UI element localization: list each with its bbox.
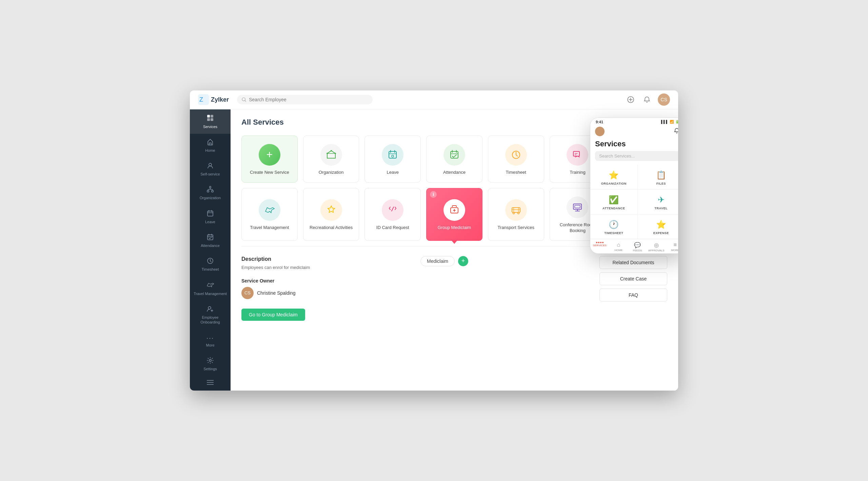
group-mediclaim-card[interactable]: ℹ Group Mediclaim [426, 188, 482, 241]
sidebar-item-travel[interactable]: Travel Management [190, 276, 231, 301]
mobile-mockup: 9:41 ▌▌▌ 📶 🔋 Services Search Services... [590, 118, 678, 254]
mobile-bell-icon[interactable] [674, 128, 678, 135]
sidebar-item-home[interactable]: Home [190, 134, 231, 158]
mediclaim-tag: Mediclaim [420, 256, 455, 266]
organization-card[interactable]: Organization [303, 135, 359, 183]
sidebar-item-settings[interactable]: Settings [190, 352, 231, 374]
mobile-nav-home[interactable]: ⌂ HOME [609, 242, 628, 252]
mobile-search-placeholder: Search Services... [599, 153, 635, 159]
svg-rect-9 [207, 118, 210, 121]
add-icon-btn[interactable] [625, 94, 636, 105]
sidebar-item-employee-onboarding[interactable]: Employee Onboarding [190, 301, 231, 329]
sidebar-item-services[interactable]: Services [190, 109, 231, 134]
sidebar-label-self-service: Self-service [200, 172, 220, 176]
transport-card[interactable]: Transport Services [488, 188, 544, 241]
mobile-nav-approvals[interactable]: ◎ APPROVALS [647, 242, 666, 252]
svg-point-39 [327, 153, 328, 154]
mobile-nav-feeds-label: FEEDS [633, 249, 642, 252]
sidebar-label-settings: Settings [203, 367, 217, 371]
bell-icon[interactable] [642, 94, 652, 105]
svg-point-63 [513, 212, 514, 214]
sidebar-item-attendance[interactable]: Attendance [190, 229, 231, 253]
svg-point-44 [392, 155, 394, 157]
mobile-expense-cell[interactable]: ⭐ EXPENSE [638, 214, 678, 239]
sidebar-label-employee-onboarding: Employee Onboarding [193, 315, 228, 324]
mobile-org-cell[interactable]: ⭐ ORGANIZATION [590, 165, 637, 189]
travel-icon [259, 199, 280, 221]
svg-point-11 [209, 163, 212, 166]
transport-label: Transport Services [497, 225, 534, 231]
recreational-label: Recreational Activities [310, 225, 353, 231]
mobile-travel-cell[interactable]: ✈ TRAVEL [638, 190, 678, 214]
attendance-icon [443, 144, 465, 166]
svg-rect-45 [451, 151, 458, 158]
recreational-card[interactable]: Recreational Activities [303, 188, 359, 241]
svg-rect-7 [207, 115, 210, 118]
detail-right: Related Documents Create Case FAQ [599, 256, 667, 321]
leave-card[interactable]: Leave [364, 135, 421, 183]
mobile-search[interactable]: Search Services... [595, 151, 678, 161]
leave-icon [382, 144, 403, 166]
mobile-travel-label: TRAVEL [655, 207, 668, 210]
training-icon [567, 144, 588, 166]
detail-middle: Mediclaim + [420, 256, 586, 321]
mobile-nav-feeds[interactable]: 💬 FEEDS [628, 242, 647, 252]
svg-line-57 [392, 207, 394, 211]
mobile-files-cell[interactable]: 📋 FILES [638, 165, 678, 189]
transport-icon [505, 199, 527, 221]
sidebar-label-travel: Travel Management [194, 292, 226, 296]
mobile-files-icon: 📋 [656, 170, 666, 180]
mobile-timesheet-cell[interactable]: 🕐 TIMESHEET [590, 214, 637, 239]
recreational-icon [320, 199, 342, 221]
mobile-timesheet-icon: 🕐 [609, 220, 619, 229]
mobile-nav-more[interactable]: ≡ MORE [666, 242, 678, 252]
id-card-card[interactable]: ID Card Request [364, 188, 421, 241]
create-new-service-card[interactable]: + Create New Service [241, 135, 298, 183]
mobile-expense-label: EXPENSE [653, 231, 669, 235]
related-docs-button[interactable]: Related Documents [599, 256, 667, 269]
training-label: Training [570, 170, 585, 175]
attendance-card[interactable]: Attendance [426, 135, 482, 183]
svg-point-37 [331, 150, 332, 151]
mediclaim-icon [443, 199, 465, 221]
create-case-button[interactable]: Create Case [599, 272, 667, 285]
mobile-org-label: ORGANIZATION [601, 182, 627, 185]
mobile-nav-services[interactable]: SERVICES [590, 242, 609, 252]
mobile-bottom-nav: SERVICES ⌂ HOME 💬 FEEDS ◎ APPROVALS ≡ MO… [590, 239, 678, 253]
mobile-status-icons: ▌▌▌ 📶 🔋 [661, 120, 678, 124]
svg-rect-23 [208, 235, 213, 240]
faq-button[interactable]: FAQ [599, 289, 667, 301]
mobile-attendance-cell[interactable]: ✅ ATTENDANCE [590, 190, 637, 214]
sidebar-hamburger[interactable] [190, 374, 231, 391]
sidebar-item-more[interactable]: ··· More [190, 329, 231, 352]
go-to-button[interactable]: Go to Group Mediclaim [241, 309, 305, 321]
mobile-expense-icon: ⭐ [656, 220, 666, 229]
mobile-timesheet-label: TIMESHEET [604, 231, 623, 235]
sidebar-item-timesheet[interactable]: Timesheet [190, 253, 231, 276]
timesheet-card[interactable]: Timesheet [488, 135, 544, 183]
svg-rect-50 [573, 151, 579, 156]
svg-point-38 [335, 153, 336, 154]
attendance-label: Attendance [443, 170, 466, 175]
employee-search-input[interactable] [249, 97, 368, 102]
sidebar-label-more: More [206, 343, 214, 348]
timesheet-icon [505, 144, 527, 166]
mobile-nav-home-label: HOME [614, 249, 623, 252]
svg-rect-12 [210, 186, 211, 188]
mobile-org-icon: ⭐ [609, 170, 619, 180]
employee-search-bar[interactable] [237, 95, 373, 104]
svg-rect-70 [575, 205, 580, 208]
description-title: Description [241, 256, 407, 262]
sidebar-item-leave[interactable]: Leave [190, 205, 231, 229]
travel-card[interactable]: Travel Management [241, 188, 298, 241]
user-avatar[interactable]: CS [658, 93, 670, 106]
add-mediclaim-btn[interactable]: + [458, 256, 468, 266]
sidebar-item-self-service[interactable]: Self-service [190, 158, 231, 181]
sidebar-item-organization[interactable]: Organization [190, 181, 231, 205]
detail-section: Description Employees can enrol for medi… [241, 246, 667, 321]
logo[interactable]: Z Zylker [198, 94, 229, 105]
svg-rect-13 [207, 190, 209, 192]
logo-text: Zylker [211, 96, 229, 103]
mediclaim-label: Group Mediclaim [438, 225, 471, 231]
mobile-nav-more-label: MORE [671, 249, 678, 252]
